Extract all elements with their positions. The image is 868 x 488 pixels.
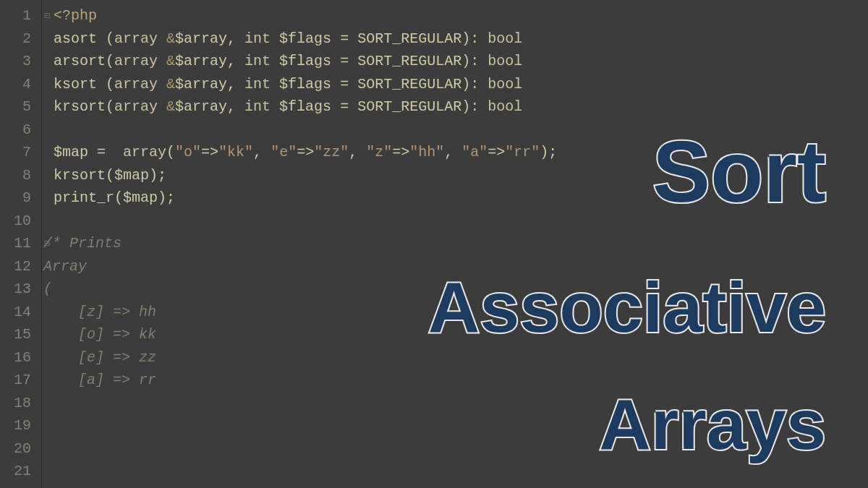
line-number[interactable]: 12 <box>0 255 41 278</box>
code-line[interactable] <box>54 210 868 233</box>
code-line[interactable]: print_r($map); <box>54 187 868 210</box>
code-line[interactable]: [z] => hh <box>43 301 868 324</box>
code-line[interactable] <box>54 460 868 483</box>
line-number[interactable]: 18 <box>0 392 41 415</box>
code-line[interactable]: krsort($map); <box>54 164 868 187</box>
line-number[interactable]: 8 <box>0 164 41 187</box>
code-line[interactable] <box>54 414 868 437</box>
line-number[interactable]: 7 <box>0 141 41 164</box>
line-number[interactable]: 15 <box>0 323 41 346</box>
line-number[interactable]: 19 <box>0 414 41 437</box>
line-gutter: 1 2 3 4 5 6 7 8 9 10 11 12 13 14 15 16 1… <box>0 0 42 488</box>
code-line[interactable] <box>54 119 868 142</box>
line-number[interactable]: 2 <box>0 27 41 51</box>
code-line[interactable] <box>54 437 868 461</box>
line-number[interactable]: 16 <box>0 346 41 369</box>
fold-toggle-icon[interactable]: ⊟ <box>42 4 52 27</box>
line-number[interactable]: 4 <box>0 73 41 96</box>
line-number[interactable]: 13 <box>0 278 41 301</box>
line-number[interactable]: 6 <box>0 119 41 142</box>
code-line[interactable] <box>54 392 868 415</box>
line-number[interactable]: 9 <box>0 187 41 210</box>
line-number[interactable]: 21 <box>0 460 41 483</box>
code-line[interactable]: <?php <box>54 4 868 27</box>
line-number[interactable]: 3 <box>0 50 41 73</box>
line-number[interactable]: 14 <box>0 301 41 324</box>
line-number[interactable]: 5 <box>0 95 41 119</box>
code-area[interactable]: <?php asort (array &$array, int $flags =… <box>52 0 868 488</box>
code-line[interactable]: [a] => rr <box>43 369 868 392</box>
code-line[interactable]: asort (array &$array, int $flags = SORT_… <box>54 27 868 51</box>
code-line[interactable]: arsort(array &$array, int $flags = SORT_… <box>54 50 868 73</box>
line-number[interactable]: 11 <box>0 232 41 255</box>
code-editor: 1 2 3 4 5 6 7 8 9 10 11 12 13 14 15 16 1… <box>0 0 868 488</box>
line-number[interactable]: 17 <box>0 369 41 392</box>
code-line[interactable]: ksort (array &$array, int $flags = SORT_… <box>54 73 868 96</box>
code-line[interactable]: $map = array("o"=>"kk", "e"=>"zz", "z"=>… <box>54 141 868 164</box>
line-number[interactable]: 1 <box>0 4 41 27</box>
line-number[interactable]: 20 <box>0 437 41 461</box>
code-line[interactable]: /* Prints <box>43 232 868 255</box>
code-line[interactable]: [o] => kk <box>43 323 868 346</box>
code-line[interactable]: [e] => zz <box>43 346 868 369</box>
line-number[interactable]: 10 <box>0 210 41 233</box>
code-line[interactable]: krsort(array &$array, int $flags = SORT_… <box>54 95 868 119</box>
code-line[interactable]: Array <box>43 255 868 278</box>
code-line[interactable]: ( <box>43 278 868 301</box>
